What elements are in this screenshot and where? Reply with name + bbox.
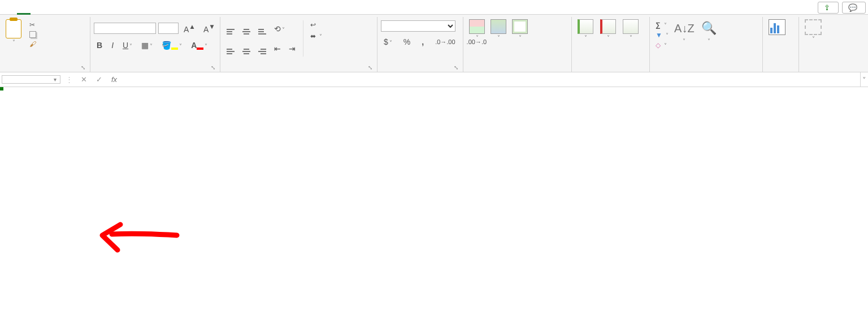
ribbon-tabs: ⇪ 💬 — [0, 0, 868, 15]
format-icon — [623, 19, 639, 34]
sensitivity-icon — [805, 19, 822, 35]
sensitivity-button[interactable] — [802, 18, 824, 44]
comments-button[interactable]: 💬 — [842, 2, 866, 14]
alignment-dialog-launcher[interactable]: ⤡ — [368, 64, 372, 71]
enter-formula-button[interactable]: ✓ — [92, 75, 107, 84]
font-color-button[interactable]: A — [188, 40, 210, 51]
paste-dropdown[interactable] — [12, 38, 15, 46]
namebox-dropdown[interactable]: ▾ — [54, 76, 57, 83]
brush-icon: 🖌 — [29, 40, 36, 48]
autosum-button[interactable]: ∑ — [653, 20, 671, 29]
accounting-format-button[interactable]: $ — [381, 36, 395, 48]
comment-icon: 💬 — [848, 3, 857, 12]
tab-developer[interactable] — [112, 10, 125, 14]
format-as-table-icon — [491, 19, 506, 34]
font-size-input[interactable] — [158, 23, 179, 34]
format-as-table-button[interactable] — [488, 18, 509, 42]
increase-indent-button[interactable]: ⇥ — [286, 43, 298, 54]
decrease-font-icon[interactable]: A▼ — [201, 21, 218, 35]
editing-group-label — [653, 71, 759, 72]
paste-button[interactable] — [3, 18, 24, 47]
name-box[interactable]: ▾ — [2, 75, 60, 84]
align-bottom-button[interactable] — [255, 21, 269, 36]
eraser-icon: ◇ — [656, 41, 661, 49]
fill-handle[interactable] — [0, 87, 3, 90]
formula-input[interactable] — [121, 75, 868, 84]
fill-color-button[interactable]: 🪣 — [159, 40, 185, 51]
orientation-button[interactable]: ⟲ — [271, 23, 288, 35]
clipboard-dialog-launcher[interactable]: ⤡ — [81, 64, 85, 71]
sort-icon: A↓Z — [675, 19, 693, 37]
conditional-formatting-button[interactable] — [467, 18, 487, 42]
align-middle-button[interactable] — [240, 21, 253, 36]
delete-icon — [600, 19, 616, 34]
increase-decimal-button[interactable]: .0→.00 — [432, 37, 458, 46]
fx-icon[interactable]: fx — [107, 75, 121, 84]
align-left-button[interactable] — [224, 41, 237, 55]
clipboard-group-label: ⤡ — [3, 71, 86, 72]
spreadsheet-grid — [0, 87, 868, 332]
cells-group-label — [575, 71, 646, 72]
ribbon: ✂ 🖌 ⤡ — [0, 15, 868, 72]
tab-view[interactable] — [98, 10, 112, 14]
styles-group-label — [467, 71, 568, 72]
tab-data[interactable] — [71, 10, 85, 14]
cut-button[interactable]: ✂ — [27, 20, 41, 29]
insert-icon — [578, 19, 593, 34]
font-dialog-launcher[interactable]: ⤡ — [211, 64, 215, 71]
increase-font-icon[interactable]: A▲ — [181, 21, 198, 35]
format-cells-button[interactable] — [620, 18, 641, 42]
bold-button[interactable]: B — [94, 40, 105, 51]
merge-icon: ⬌ — [310, 32, 316, 40]
font-name-input[interactable] — [94, 23, 156, 34]
selection-border — [0, 87, 2, 89]
number-format-select[interactable] — [381, 20, 455, 32]
clear-button[interactable]: ◇ — [653, 41, 671, 50]
tab-insert[interactable] — [31, 10, 44, 14]
align-center-button[interactable] — [240, 41, 253, 55]
analyze-data-button[interactable] — [766, 18, 788, 36]
annotation-arrow — [101, 223, 185, 258]
analyze-icon — [769, 19, 785, 35]
comma-button[interactable]: , — [419, 36, 427, 48]
borders-button[interactable]: ▦ — [138, 40, 155, 51]
cell-styles-button[interactable] — [510, 18, 530, 42]
copy-icon — [29, 31, 36, 38]
find-select-button[interactable]: 🔍 — [698, 18, 721, 46]
sigma-icon: ∑ — [656, 21, 661, 29]
search-icon: 🔍 — [700, 19, 718, 37]
underline-button[interactable]: U — [120, 40, 135, 51]
tab-help[interactable] — [125, 10, 139, 14]
percent-button[interactable]: % — [401, 36, 413, 48]
merge-center-button[interactable]: ⬌ — [308, 32, 324, 41]
analysis-group-label — [766, 71, 795, 72]
fill-button[interactable]: ▼ — [653, 31, 671, 40]
paste-icon — [6, 19, 21, 38]
conditional-formatting-icon — [469, 19, 485, 34]
delete-cells-button[interactable] — [598, 18, 618, 42]
tab-page-layout[interactable] — [44, 10, 58, 14]
formula-bar-expand[interactable]: ˅ — [860, 72, 868, 87]
align-top-button[interactable] — [224, 21, 237, 36]
format-painter-button[interactable]: 🖌 — [27, 40, 41, 49]
tab-review[interactable] — [85, 10, 98, 14]
alignment-group-label: ⤡ — [224, 71, 374, 72]
insert-cells-button[interactable] — [575, 18, 596, 42]
wrap-icon: ↩ — [310, 21, 316, 29]
scissors-icon: ✂ — [29, 21, 35, 29]
italic-button[interactable]: I — [108, 40, 116, 51]
decrease-indent-button[interactable]: ⇤ — [271, 43, 284, 54]
cancel-formula-button[interactable]: ✕ — [76, 75, 92, 84]
tab-file[interactable] — [3, 10, 17, 14]
font-group-label: ⤡ — [94, 71, 216, 72]
number-dialog-launcher[interactable]: ⤡ — [454, 64, 458, 71]
align-right-button[interactable] — [255, 41, 269, 55]
wrap-text-button[interactable]: ↩ — [308, 20, 324, 29]
tab-home[interactable] — [17, 8, 31, 15]
formula-bar: ▾ ⋮ ✕ ✓ fx — [0, 72, 868, 87]
sensitivity-group-label — [802, 71, 841, 72]
share-button[interactable]: ⇪ — [818, 2, 839, 14]
tab-formulas[interactable] — [58, 10, 71, 14]
copy-button[interactable] — [27, 31, 41, 38]
sort-filter-button[interactable]: A↓Z — [673, 18, 696, 46]
